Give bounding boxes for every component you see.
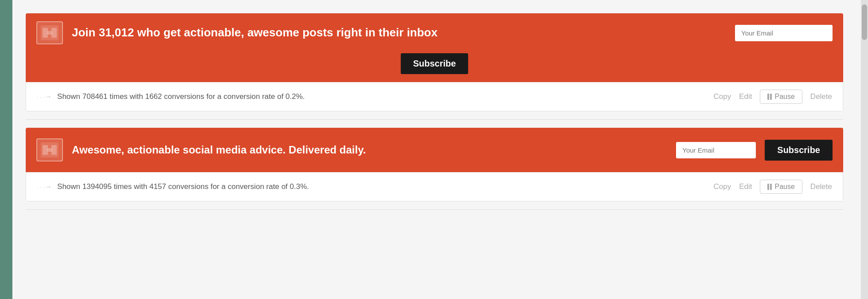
campaign-logo-2 <box>36 138 63 161</box>
arrow-icon-2: · · · → <box>37 183 52 191</box>
bottom-separator <box>26 209 843 210</box>
campaign-title-2: Awesome, actionable social media advice.… <box>72 144 667 157</box>
stats-text-2: Shown 1394095 times with 4157 conversion… <box>57 182 713 191</box>
left-sidebar-bar <box>0 0 12 299</box>
subscribe-button-2[interactable]: Subscribe <box>765 140 833 161</box>
campaign-title-1: Join 31,012 who get actionable, awesome … <box>72 26 726 39</box>
separator <box>26 119 843 120</box>
subscribe-row-1: Subscribe <box>36 53 833 74</box>
pause-label-1: Pause <box>774 93 794 101</box>
campaign-banner-1: Join 31,012 who get actionable, awesome … <box>26 13 843 82</box>
main-content: Join 31,012 who get actionable, awesome … <box>12 0 861 299</box>
campaign-banner-2: Awesome, actionable social media advice.… <box>26 128 843 172</box>
svg-rect-3 <box>47 31 52 35</box>
pause-icon-1 <box>767 94 772 100</box>
delete-button-2[interactable]: Delete <box>810 182 832 191</box>
delete-button-1[interactable]: Delete <box>810 92 832 101</box>
edit-button-2[interactable]: Edit <box>739 182 752 191</box>
scrollbar-thumb[interactable] <box>862 4 867 40</box>
scrollbar[interactable] <box>861 0 868 299</box>
pause-label-2: Pause <box>774 183 794 191</box>
campaign-card-2: Awesome, actionable social media advice.… <box>26 128 843 201</box>
campaign-stats-row-1: · · · → Shown 708461 times with 1662 con… <box>26 82 843 111</box>
stats-row-wrapper-1: · · · → Shown 708461 times with 1662 con… <box>26 82 843 111</box>
copy-button-2[interactable]: Copy <box>714 182 731 191</box>
arrow-icon-1: · · · → <box>37 93 52 101</box>
email-input-1[interactable] <box>735 25 833 41</box>
logo-icon-1 <box>41 25 59 40</box>
stats-row-wrapper-2: · · · → Shown 1394095 times with 4157 co… <box>26 172 843 201</box>
pause-button-2[interactable]: Pause <box>760 180 802 194</box>
campaign-stats-row-2: · · · → Shown 1394095 times with 4157 co… <box>26 172 843 201</box>
campaign-card-1: Join 31,012 who get actionable, awesome … <box>26 13 843 111</box>
stats-text-1: Shown 708461 times with 1662 conversions… <box>57 92 713 101</box>
pause-icon-2 <box>767 184 772 190</box>
edit-button-1[interactable]: Edit <box>739 92 752 101</box>
subscribe-button-1[interactable]: Subscribe <box>401 53 469 74</box>
copy-button-1[interactable]: Copy <box>714 92 731 101</box>
banner-row-1: Join 31,012 who get actionable, awesome … <box>36 21 833 44</box>
logo-icon-2 <box>41 142 59 157</box>
stats-actions-2: Copy Edit Pause Delete <box>714 180 833 194</box>
email-input-2[interactable] <box>676 142 756 158</box>
pause-button-1[interactable]: Pause <box>760 90 802 104</box>
svg-rect-7 <box>47 148 52 152</box>
stats-actions-1: Copy Edit Pause Delete <box>714 90 833 104</box>
page-wrapper: Join 31,012 who get actionable, awesome … <box>0 0 868 299</box>
campaign-logo-1 <box>36 21 63 44</box>
